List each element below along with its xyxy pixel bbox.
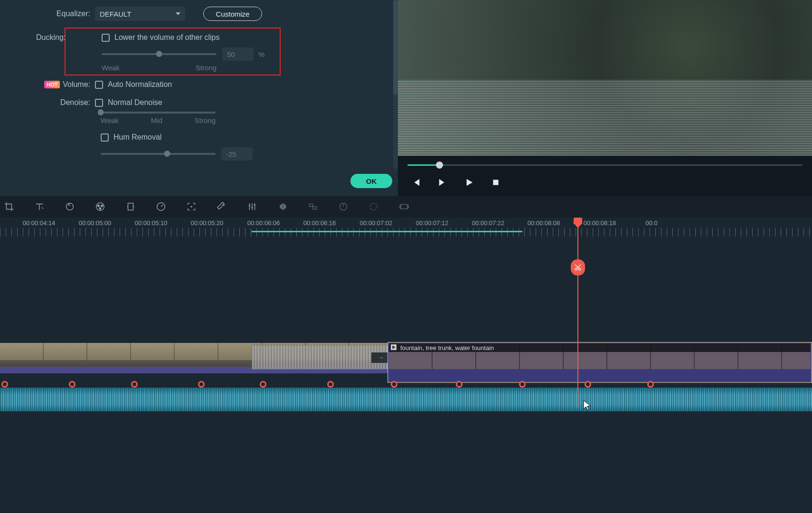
hum-slider[interactable] bbox=[101, 153, 216, 155]
ducking-unit: % bbox=[258, 50, 264, 58]
svg-rect-8 bbox=[310, 204, 313, 207]
playhead-handle[interactable] bbox=[574, 218, 582, 224]
volume-row: HOT Volume: Auto Normalization bbox=[0, 80, 398, 89]
cursor-icon bbox=[583, 400, 592, 413]
crop-icon[interactable] bbox=[3, 200, 15, 213]
hum-value-input[interactable]: -25 bbox=[221, 147, 253, 161]
denoise-label: Denoise: bbox=[0, 98, 95, 107]
volume-keyframe[interactable] bbox=[519, 381, 526, 388]
timecode: 00:00:07:22 bbox=[472, 219, 505, 227]
sync-icon[interactable] bbox=[368, 200, 380, 213]
render-bar bbox=[252, 231, 522, 232]
denoise-slider[interactable] bbox=[101, 112, 216, 114]
ducking-legend-weak: Weak bbox=[102, 64, 120, 72]
volume-keyframe[interactable] bbox=[647, 381, 654, 388]
audio-settings-panel: Equalizer: DEFAULT Customize Ducking: Lo… bbox=[0, 0, 398, 196]
step-back-button[interactable] bbox=[411, 178, 421, 187]
denoise-legend-mid: Mid bbox=[151, 116, 162, 124]
adjust-sliders-icon[interactable] bbox=[246, 200, 258, 213]
equalizer-select[interactable]: DEFAULT bbox=[95, 7, 185, 21]
hot-badge: HOT bbox=[44, 81, 60, 88]
volume-keyframe-track[interactable] bbox=[0, 381, 812, 388]
denoise-legend-weak: Weak bbox=[101, 116, 119, 124]
clip-label: fountain, tree trunk, water fountain bbox=[400, 344, 494, 352]
preview-panel bbox=[398, 0, 812, 196]
play-button[interactable] bbox=[464, 178, 474, 187]
volume-keyframe[interactable] bbox=[391, 381, 397, 388]
svg-point-11 bbox=[370, 203, 378, 210]
svg-point-5 bbox=[99, 208, 101, 209]
volume-keyframe[interactable] bbox=[456, 381, 463, 388]
chevron-down-icon bbox=[176, 12, 180, 15]
speed-icon[interactable] bbox=[155, 200, 167, 213]
timeline-area: → fountain, tree trunk, water fountain bbox=[0, 238, 812, 513]
ducking-label: Ducking: bbox=[36, 33, 66, 42]
svg-rect-13 bbox=[400, 205, 401, 208]
ok-button[interactable]: OK bbox=[350, 174, 392, 188]
normal-denoise-checkbox[interactable] bbox=[95, 99, 103, 107]
volume-keyframe[interactable] bbox=[69, 381, 76, 388]
stabilize-icon[interactable] bbox=[124, 200, 137, 213]
timecode: 00:00:05:20 bbox=[191, 219, 224, 227]
ducking-highlight-box: Ducking: Lower the volume of other clips… bbox=[65, 28, 281, 76]
svg-point-4 bbox=[101, 205, 103, 207]
timecode: 00:00:08:18 bbox=[584, 219, 616, 227]
timecode: 00:00:06:16 bbox=[303, 219, 336, 227]
normal-denoise-label: Normal Denoise bbox=[108, 98, 162, 107]
ducking-slider[interactable] bbox=[102, 53, 217, 55]
timecode: 00:00:05:00 bbox=[79, 219, 112, 227]
customize-button[interactable]: Customize bbox=[203, 7, 262, 21]
waveform-icon[interactable] bbox=[276, 200, 289, 213]
volume-keyframe[interactable] bbox=[327, 381, 334, 388]
focus-icon[interactable] bbox=[185, 200, 198, 213]
paint-icon[interactable] bbox=[216, 200, 228, 213]
color-icon[interactable] bbox=[94, 200, 106, 213]
ducking-legend-strong: Strong bbox=[196, 64, 217, 72]
split-scissor-button[interactable] bbox=[571, 259, 585, 276]
step-forward-button[interactable] bbox=[438, 178, 447, 187]
audio-track[interactable] bbox=[0, 388, 812, 411]
timeline-toolbar bbox=[0, 196, 812, 218]
denoise-legend-strong: Strong bbox=[195, 116, 216, 124]
svg-rect-9 bbox=[313, 207, 316, 209]
audio-waveform bbox=[0, 388, 812, 411]
ducking-checkbox[interactable] bbox=[102, 34, 110, 42]
split-audio-icon[interactable] bbox=[307, 200, 319, 213]
auto-normalization-checkbox[interactable] bbox=[95, 81, 103, 89]
volume-label: Volume: bbox=[63, 80, 90, 89]
video-clip-2[interactable]: fountain, tree trunk, water fountain bbox=[387, 342, 812, 383]
timecode: 00:00:06:06 bbox=[247, 219, 280, 227]
video-track[interactable]: → fountain, tree trunk, water fountain bbox=[0, 342, 812, 383]
svg-point-1 bbox=[66, 203, 74, 210]
equalizer-value: DEFAULT bbox=[100, 10, 131, 18]
hum-removal-checkbox[interactable] bbox=[101, 133, 109, 142]
svg-point-3 bbox=[98, 205, 100, 207]
auto-normalization-label: Auto Normalization bbox=[108, 80, 172, 89]
stop-button[interactable] bbox=[491, 178, 500, 187]
audio-dial-icon[interactable] bbox=[337, 200, 349, 213]
volume-keyframe[interactable] bbox=[260, 381, 266, 388]
preview-seekbar[interactable] bbox=[407, 162, 803, 169]
text-icon[interactable] bbox=[33, 200, 46, 213]
volume-keyframe[interactable] bbox=[585, 381, 591, 388]
panel-scrollbar[interactable] bbox=[393, 0, 398, 169]
svg-rect-14 bbox=[407, 205, 408, 208]
hum-removal-label: Hum Removal bbox=[113, 133, 161, 142]
svg-rect-6 bbox=[128, 203, 133, 210]
equalizer-row: Equalizer: DEFAULT Customize bbox=[0, 7, 398, 21]
frame-icon[interactable] bbox=[398, 200, 410, 213]
svg-rect-0 bbox=[493, 180, 498, 185]
ducking-value-input[interactable]: 50 bbox=[222, 48, 254, 61]
clip-play-icon bbox=[391, 344, 397, 351]
video-preview[interactable] bbox=[398, 0, 812, 156]
volume-keyframe[interactable] bbox=[131, 381, 138, 388]
timecode: 00:00:04:14 bbox=[23, 219, 56, 227]
playhead[interactable] bbox=[577, 218, 578, 408]
timeline-ruler[interactable]: 00:00:04:14 00:00:05:00 00:00:05:10 00:0… bbox=[0, 218, 812, 238]
timecode: 00:00:05:10 bbox=[135, 219, 168, 227]
volume-keyframe[interactable] bbox=[1, 381, 8, 388]
rotate-icon[interactable] bbox=[64, 200, 76, 213]
equalizer-label: Equalizer: bbox=[0, 10, 95, 18]
volume-keyframe[interactable] bbox=[198, 381, 205, 388]
timecode: 00:00:07:12 bbox=[416, 219, 449, 227]
